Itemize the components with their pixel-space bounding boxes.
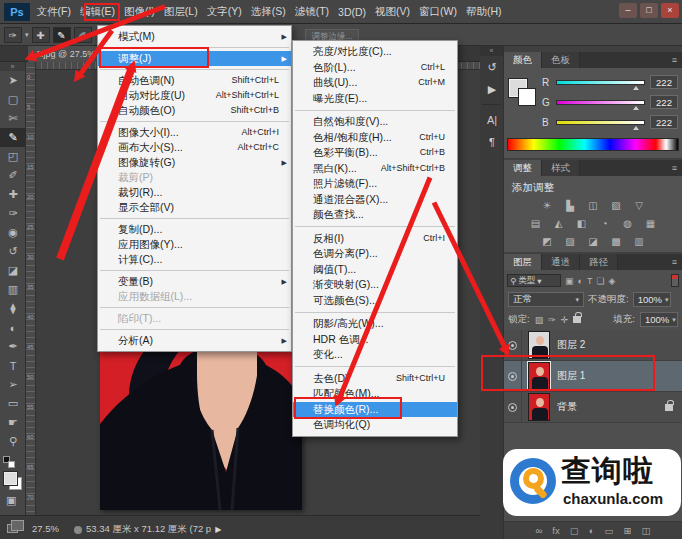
layer-visibility-toggle[interactable] xyxy=(504,392,522,423)
healing-brush-tool[interactable]: ✚ xyxy=(0,185,26,204)
fill-field[interactable]: 100% ▾ xyxy=(640,312,678,327)
maximize-button[interactable]: □ xyxy=(640,3,658,18)
toolbar-collapse-icon[interactable]: » xyxy=(0,62,25,71)
minimize-button[interactable]: – xyxy=(619,3,637,18)
menu-item[interactable]: 模式(M)▶ xyxy=(98,29,291,44)
menubar-item-7[interactable]: 滤镜(T) xyxy=(290,5,333,19)
menubar-item-5[interactable]: 文字(Y) xyxy=(202,5,246,19)
zoom-tool[interactable]: ⚲ xyxy=(0,432,26,451)
new-group-icon[interactable]: ▭ xyxy=(604,525,613,536)
menu-item[interactable]: 曲线(U)...Ctrl+M xyxy=(293,75,457,91)
menu-item[interactable]: 自然饱和度(V)... xyxy=(293,114,457,130)
mini-bridge-icon[interactable] xyxy=(7,524,18,533)
add-to-selection-brush-icon[interactable]: ✚ xyxy=(32,27,50,43)
hand-tool[interactable]: ☛ xyxy=(0,413,26,432)
levels-icon[interactable]: ▙ xyxy=(562,200,578,211)
menu-item[interactable]: 计算(C)... xyxy=(98,252,291,267)
black-white-icon[interactable]: ◧ xyxy=(574,218,590,229)
tab-styles[interactable]: 样式 xyxy=(542,160,580,176)
filter-shape-layers-icon[interactable]: ❏ xyxy=(596,276,604,286)
filter-type-layers-icon[interactable]: T xyxy=(587,276,593,286)
lock-position-icon[interactable]: ✛ xyxy=(561,315,569,325)
panel-menu-icon[interactable]: ≡ xyxy=(667,254,682,270)
menu-item[interactable]: 图像大小(I)...Alt+Ctrl+I xyxy=(98,125,291,140)
quick-mask-icon[interactable]: ▣ xyxy=(6,494,16,507)
lock-pixels-icon[interactable]: ✑ xyxy=(548,315,556,325)
tab-color[interactable]: 颜色 xyxy=(504,52,542,68)
layer-filter-toggle[interactable] xyxy=(671,274,679,287)
channel-value-field[interactable]: 222 xyxy=(650,115,678,129)
menu-item[interactable]: 调整(J)▶ xyxy=(98,51,291,66)
layer-visibility-toggle[interactable] xyxy=(504,361,522,392)
zoom-level-field[interactable]: 27.5% xyxy=(32,523,59,534)
tab-layers[interactable]: 图层 xyxy=(504,254,542,270)
layer-row[interactable]: 图层 2 xyxy=(504,330,682,361)
path-selection-tool[interactable]: ➢ xyxy=(0,375,26,394)
filter-pixel-layers-icon[interactable]: ▣ xyxy=(565,276,574,286)
menu-item[interactable]: 变化... xyxy=(293,347,457,363)
actions-panel-icon[interactable]: ▶ xyxy=(480,78,504,100)
status-expand-icon[interactable]: ▶ xyxy=(215,525,221,534)
layer-filter-type-select[interactable]: ⚲ 类型 ▾ xyxy=(507,274,561,287)
panel-menu-icon[interactable]: ≡ xyxy=(667,160,682,176)
history-brush-tool[interactable]: ↺ xyxy=(0,242,26,261)
slider-thumb-icon[interactable] xyxy=(633,106,639,110)
crop-tool[interactable]: ◰ xyxy=(0,147,26,166)
slider-thumb-icon[interactable] xyxy=(633,126,639,130)
brightness-contrast-icon[interactable]: ☀ xyxy=(539,200,555,211)
menu-item[interactable]: 色调均化(Q) xyxy=(293,417,457,433)
slider-thumb-icon[interactable] xyxy=(633,86,639,90)
menu-item[interactable]: 色彩平衡(B)...Ctrl+B xyxy=(293,145,457,161)
lock-transparency-icon[interactable]: ▨ xyxy=(535,315,544,325)
menu-item[interactable]: 通道混合器(X)... xyxy=(293,192,457,208)
color-balance-icon[interactable]: ◭ xyxy=(551,218,567,229)
channel-slider[interactable] xyxy=(556,120,645,125)
menu-item[interactable]: HDR 色调... xyxy=(293,332,457,348)
menu-item[interactable]: 黑白(K)...Alt+Shift+Ctrl+B xyxy=(293,161,457,177)
clone-stamp-tool[interactable]: ◉ xyxy=(0,223,26,242)
menu-item[interactable]: 可选颜色(S)... xyxy=(293,293,457,309)
blend-mode-select[interactable]: 正常 ▾ xyxy=(508,292,584,307)
history-panel-icon[interactable]: ↺ xyxy=(480,56,504,78)
photo-filter-icon[interactable]: ◔ xyxy=(597,218,613,229)
move-tool[interactable]: ➤ xyxy=(0,71,26,90)
link-layers-icon[interactable]: ∞ xyxy=(536,525,543,536)
vibrance-icon[interactable]: ▽ xyxy=(631,200,647,211)
menu-item[interactable]: 渐变映射(G)... xyxy=(293,277,457,293)
tab-adjustments[interactable]: 调整 xyxy=(504,160,542,176)
delete-layer-icon[interactable]: ◫ xyxy=(641,525,650,536)
menu-item[interactable]: 反相(I)Ctrl+I xyxy=(293,231,457,247)
channel-value-field[interactable]: 222 xyxy=(650,75,678,89)
lasso-tool[interactable]: ✄ xyxy=(0,109,26,128)
shape-tool[interactable]: ▭ xyxy=(0,394,26,413)
menu-item[interactable]: 阈值(T)... xyxy=(293,262,457,278)
color-spectrum-ramp[interactable] xyxy=(507,138,679,151)
eraser-tool[interactable]: ◪ xyxy=(0,261,26,280)
channel-mixer-icon[interactable]: ◍ xyxy=(620,218,636,229)
paragraph-panel-icon[interactable]: ¶ xyxy=(480,131,504,153)
menubar-item-9[interactable]: 视图(V) xyxy=(371,5,415,19)
menu-item[interactable]: 图像旋转(G)▶ xyxy=(98,155,291,170)
layer-row[interactable]: 背景 xyxy=(504,392,682,423)
menu-item[interactable]: 照片滤镜(F)... xyxy=(293,176,457,192)
menubar-item-4[interactable]: 图层(L) xyxy=(159,5,202,19)
tab-swatches[interactable]: 色板 xyxy=(542,52,580,68)
menu-item[interactable]: 去色(D)Shift+Ctrl+U xyxy=(293,371,457,387)
curves-icon[interactable]: ◫ xyxy=(585,200,601,211)
lock-all-icon[interactable] xyxy=(573,316,581,323)
gradient-map-icon[interactable]: ▩ xyxy=(608,236,624,247)
layer-mask-icon[interactable]: ▢ xyxy=(570,525,579,536)
menu-item[interactable]: 应用图像(Y)... xyxy=(98,237,291,252)
channel-slider[interactable] xyxy=(556,100,645,105)
channel-slider[interactable] xyxy=(556,80,645,85)
tab-paths[interactable]: 路径 xyxy=(580,254,618,270)
menubar-item-10[interactable]: 窗口(W) xyxy=(415,5,462,19)
hue-saturation-icon[interactable]: ▤ xyxy=(528,218,544,229)
layer-style-icon[interactable]: fx xyxy=(552,525,559,536)
menu-item[interactable]: 自动颜色(O)Shift+Ctrl+B xyxy=(98,103,291,118)
menubar-item-2[interactable]: 编辑(E) xyxy=(75,5,119,19)
channel-value-field[interactable]: 222 xyxy=(650,95,678,109)
opacity-field[interactable]: 100% ▾ xyxy=(633,292,671,307)
dodge-tool[interactable]: ◐ xyxy=(0,318,26,337)
gradient-tool[interactable]: ▥ xyxy=(0,280,26,299)
